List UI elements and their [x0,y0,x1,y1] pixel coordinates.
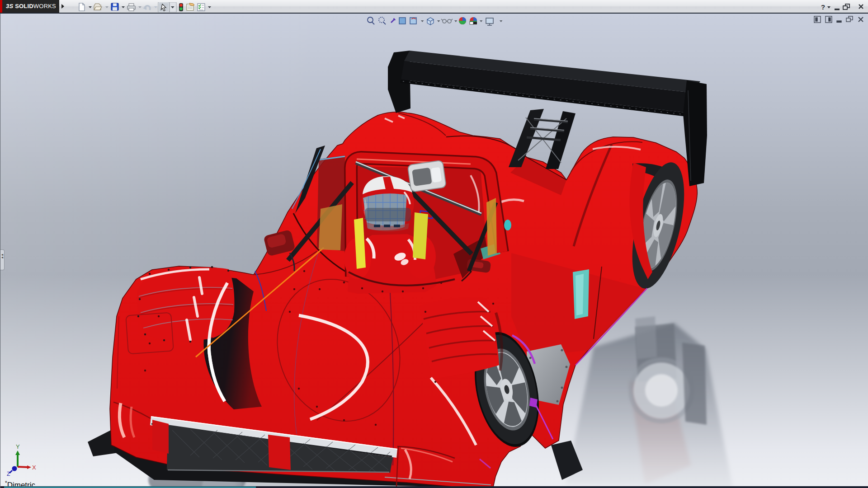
svg-text:Z: Z [7,471,10,477]
svg-text:?: ? [821,3,825,11]
svg-text:X: X [32,464,36,471]
svg-text:Y: Y [16,443,20,450]
